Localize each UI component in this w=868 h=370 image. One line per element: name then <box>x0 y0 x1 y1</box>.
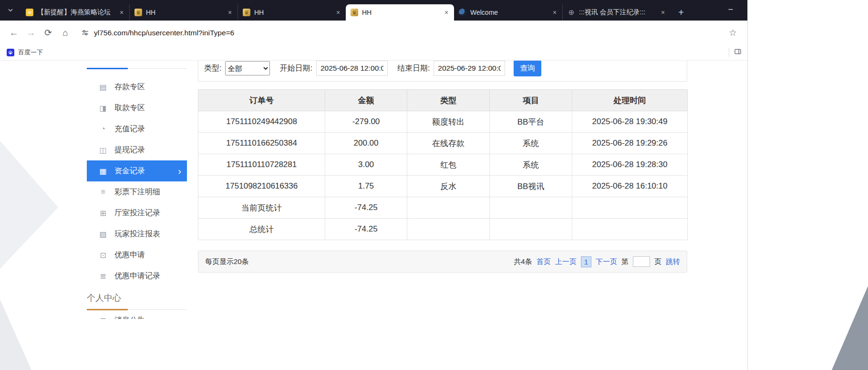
tab-close-icon[interactable]: × <box>334 9 342 16</box>
end-date-label: 结束日期: <box>397 63 430 74</box>
table-row: 17510982106163361.75反水BB视讯2025-06-28 16:… <box>198 176 688 197</box>
column-header: 金额 <box>325 90 407 111</box>
tab-close-icon[interactable]: × <box>226 9 234 16</box>
site-info-icon[interactable] <box>81 29 89 37</box>
sidebar-item-promo-apply[interactable]: ⊡优惠申请 <box>87 244 187 265</box>
forward-icon[interactable]: → <box>24 26 38 40</box>
sidebar-item-room-bets[interactable]: ⊞厅室投注记录 <box>87 202 187 223</box>
sidebar-item-label: 充值记录 <box>114 124 145 134</box>
jump-link[interactable]: 跳转 <box>666 257 680 266</box>
table-cell: -74.25 <box>325 197 407 219</box>
sidebar-section-title: 财务中心 <box>87 61 187 69</box>
sidebar-item-messages[interactable]: ⊟消息公告 <box>87 310 187 319</box>
browser-tab[interactable]: ♛HH× <box>129 4 238 21</box>
browser-tab[interactable]: ✉【新提醒】海燕策略论坛× <box>21 4 129 21</box>
table-row: 17511101107282813.00红包系统2025-06-28 19:28… <box>198 154 688 176</box>
tab-close-icon[interactable]: × <box>443 9 450 16</box>
table-cell: 2025-06-28 19:29:26 <box>572 133 688 154</box>
promo-record-icon: ≣ <box>98 272 108 281</box>
table-row: 1751110166250384200.00在线存款系统2025-06-28 1… <box>198 133 688 154</box>
side-panel-icon[interactable] <box>734 48 742 57</box>
page-content: 财务中心▤存款专区◨取款专区◔充值记录◫提现记录▦资金记录›≡彩票下注明细⊞厅室… <box>0 61 747 370</box>
table-cell: 1751110110728281 <box>198 154 325 176</box>
tab-close-icon[interactable]: × <box>551 9 558 16</box>
pagination-controls: 共4条 首页 上一页 1 下一页 第 页 跳转 <box>514 256 680 267</box>
funds-record-icon: ▦ <box>98 167 108 176</box>
column-header: 处理时间 <box>572 90 688 111</box>
withdraw-record-icon: ◫ <box>98 146 108 155</box>
table-cell: -74.25 <box>325 219 407 240</box>
sidebar-item-label: 取款专区 <box>114 103 145 113</box>
sidebar-item-funds-record[interactable]: ▦资金记录› <box>87 160 187 181</box>
bookmarks-bar: 百度一下 <box>0 45 747 61</box>
hh-favicon: ♛ <box>134 9 142 16</box>
bookmarks-bar-right <box>729 48 742 57</box>
table-cell <box>572 197 688 219</box>
address-bar[interactable]: yl756.com/hhcp/usercenter.html?iniType=6 <box>94 29 729 37</box>
browser-tab[interactable]: ⊕:::视讯 会员下注纪录:::× <box>562 4 671 21</box>
lottery-bets-icon: ≡ <box>98 188 108 196</box>
reload-icon[interactable]: ⟳ <box>41 26 55 40</box>
filter-bar: 类型: 全部 开始日期: 结束日期: 查询 <box>198 61 687 82</box>
column-header: 订单号 <box>198 90 325 111</box>
sidebar-item-label: 资金记录 <box>114 166 145 176</box>
globe-favicon: ⊕ <box>568 9 575 16</box>
table-cell <box>407 197 490 219</box>
table-row: 1751110249442908-279.00额度转出BB平台2025-06-2… <box>198 111 688 133</box>
tab-search-chevron-icon[interactable] <box>6 5 15 15</box>
messages-icon: ⊟ <box>98 316 108 319</box>
sidebar-item-lottery-bets[interactable]: ≡彩票下注明细 <box>87 181 187 202</box>
sidebar-item-deposit[interactable]: ▤存款专区 <box>87 76 187 97</box>
prev-page-link[interactable]: 上一页 <box>555 257 577 266</box>
tab-close-icon[interactable]: × <box>118 9 125 16</box>
table-cell: 系统 <box>490 133 572 154</box>
sidebar-item-label: 彩票下注明细 <box>114 187 160 197</box>
back-icon[interactable]: ← <box>7 26 21 40</box>
tab-strip: ✉【新提醒】海燕策略论坛×♛HH×♛HH×♛HH×Welcome×⊕:::视讯 … <box>0 0 747 21</box>
sidebar-item-recharge-record[interactable]: ◔充值记录 <box>87 118 187 139</box>
tab-title: :::视讯 会员下注纪录::: <box>579 8 655 17</box>
sidebar: 财务中心▤存款专区◨取款专区◔充值记录◫提现记录▦资金记录›≡彩票下注明细⊞厅室… <box>87 61 187 319</box>
minimize-button[interactable]: – <box>725 5 736 13</box>
home-icon[interactable]: ⌂ <box>58 26 72 40</box>
current-page-indicator[interactable]: 1 <box>581 256 591 267</box>
tab-title: HH <box>362 9 439 16</box>
table-cell: 额度转出 <box>407 111 490 133</box>
sidebar-item-label: 存款专区 <box>114 82 145 92</box>
hh-favicon: ♛ <box>351 9 358 16</box>
table-cell: 反水 <box>407 176 490 197</box>
table-cell: 在线存款 <box>407 133 490 154</box>
recharge-record-icon: ◔ <box>98 125 108 133</box>
search-button[interactable]: 查询 <box>514 61 541 76</box>
next-page-link[interactable]: 下一页 <box>596 257 617 266</box>
page-jump-input[interactable] <box>633 256 650 267</box>
browser-tab[interactable]: ♛HH× <box>238 4 346 21</box>
end-date-input[interactable] <box>434 61 505 76</box>
baidu-icon[interactable] <box>7 49 14 56</box>
table-cell: 当前页统计 <box>198 197 325 219</box>
tabs-container: ✉【新提醒】海燕策略论坛×♛HH×♛HH×♛HH×Welcome×⊕:::视讯 … <box>21 4 671 21</box>
new-tab-button[interactable]: + <box>674 6 688 19</box>
deposit-icon: ▤ <box>98 83 108 92</box>
sidebar-item-withdraw[interactable]: ◨取款专区 <box>87 97 187 118</box>
bookmark-item[interactable]: 百度一下 <box>18 48 43 57</box>
tab-title: Welcome <box>470 9 547 16</box>
pagination-bar: 每页显示20条 共4条 首页 上一页 1 下一页 第 页 跳转 <box>198 251 687 273</box>
table-cell: 1751110249442908 <box>198 111 325 133</box>
start-date-input[interactable] <box>316 61 388 76</box>
bookmark-star-icon[interactable]: ☆ <box>729 27 737 38</box>
withdraw-icon: ◨ <box>98 104 108 113</box>
sidebar-item-promo-record[interactable]: ≣优惠申请记录 <box>87 265 187 286</box>
sidebar-item-withdraw-record[interactable]: ◫提现记录 <box>87 139 187 160</box>
browser-tab[interactable]: ♛HH× <box>346 4 454 21</box>
table-cell: 1751098210616336 <box>198 176 325 197</box>
total-count: 共4条 <box>514 257 532 266</box>
per-page-label: 每页显示20条 <box>205 257 249 266</box>
sidebar-item-player-report[interactable]: ▨玩家投注报表 <box>87 223 187 244</box>
first-page-link[interactable]: 首页 <box>537 257 551 266</box>
browser-tab[interactable]: Welcome× <box>454 4 562 21</box>
main-panel: 类型: 全部 开始日期: 结束日期: 查询 订单号金额类型项目处理时间 1751… <box>198 61 687 273</box>
table-cell: BB平台 <box>490 111 572 133</box>
type-select[interactable]: 全部 <box>225 61 270 75</box>
tab-close-icon[interactable]: × <box>659 9 667 16</box>
